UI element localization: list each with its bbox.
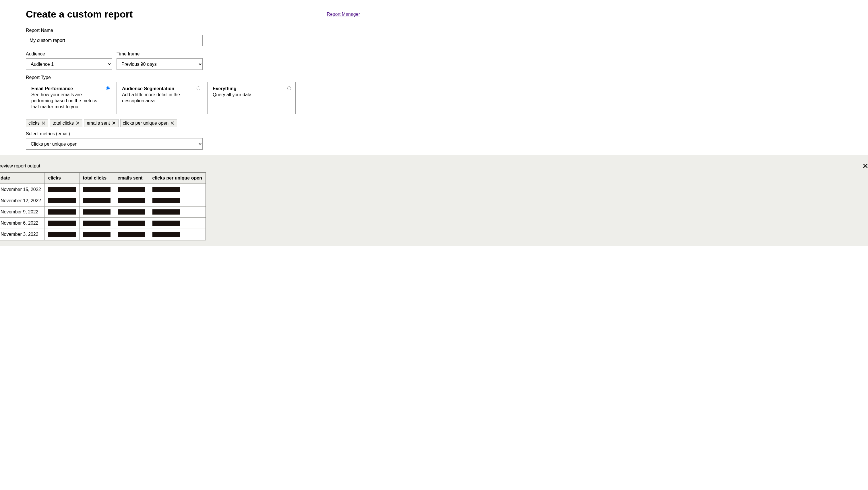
metrics-label: Select metrics (email)	[26, 131, 360, 137]
redacted-bar	[152, 232, 180, 237]
report-type-radio[interactable]	[197, 86, 200, 90]
table-cell-redacted	[79, 184, 114, 195]
preview-table: dateclickstotal clicksemails sentclicks …	[0, 172, 206, 240]
table-cell-date: November 6, 2022	[0, 218, 44, 229]
table-row: November 12, 2022	[0, 195, 206, 206]
report-type-card[interactable]: EverythingQuery all your data.	[207, 82, 296, 114]
close-icon[interactable]: ✕	[170, 121, 175, 126]
table-cell-redacted	[149, 218, 206, 229]
table-row: November 6, 2022	[0, 218, 206, 229]
table-header: clicks	[44, 172, 79, 184]
metric-chip-label: clicks	[28, 121, 40, 126]
metric-chip-label: total clicks	[53, 121, 74, 126]
redacted-bar	[83, 198, 111, 203]
redacted-bar	[83, 221, 111, 226]
table-header: date	[0, 172, 44, 184]
redacted-bar	[118, 221, 145, 226]
redacted-bar	[48, 209, 76, 214]
table-cell-redacted	[79, 206, 114, 218]
report-type-desc: Add a little more detail in the descript…	[122, 92, 199, 104]
table-cell-redacted	[149, 184, 206, 195]
close-icon[interactable]: ✕	[41, 121, 45, 126]
metric-chip[interactable]: total clicks✕	[50, 119, 82, 127]
time-frame-select[interactable]: Previous 90 days	[117, 58, 203, 70]
table-header: clicks per unique open	[149, 172, 206, 184]
audience-select[interactable]: Audience 1	[26, 58, 112, 70]
report-type-radio[interactable]	[106, 86, 110, 90]
table-cell-redacted	[114, 229, 149, 240]
redacted-bar	[118, 198, 145, 203]
close-icon[interactable]: ✕	[862, 162, 868, 170]
table-cell-redacted	[44, 206, 79, 218]
report-type-radio[interactable]	[287, 86, 291, 90]
redacted-bar	[83, 232, 111, 237]
redacted-bar	[48, 232, 76, 237]
report-type-desc: See how your emails are performing based…	[31, 92, 109, 110]
metric-chip[interactable]: emails sent✕	[84, 119, 119, 127]
metric-chip-label: emails sent	[87, 121, 110, 126]
table-row: November 15, 2022	[0, 184, 206, 195]
report-type-title: Everything	[213, 86, 290, 91]
table-cell-redacted	[44, 195, 79, 206]
report-name-label: Report Name	[26, 28, 360, 33]
table-cell-redacted	[79, 218, 114, 229]
table-cell-redacted	[79, 229, 114, 240]
report-name-input[interactable]	[26, 35, 203, 46]
preview-label: Preview report output	[0, 164, 868, 169]
table-cell-redacted	[44, 229, 79, 240]
metrics-select[interactable]: Clicks per unique open	[26, 138, 203, 150]
redacted-bar	[152, 187, 180, 192]
table-cell-redacted	[149, 229, 206, 240]
table-cell-redacted	[114, 206, 149, 218]
table-cell-redacted	[149, 195, 206, 206]
audience-label: Audience	[26, 51, 112, 57]
redacted-bar	[83, 187, 111, 192]
report-type-label: Report Type	[26, 75, 360, 80]
table-cell-redacted	[44, 218, 79, 229]
table-cell-date: November 3, 2022	[0, 229, 44, 240]
table-header: total clicks	[79, 172, 114, 184]
table-cell-redacted	[114, 218, 149, 229]
report-type-title: Email Performance	[31, 86, 109, 91]
table-row: November 3, 2022	[0, 229, 206, 240]
metric-chip-label: clicks per unique open	[123, 121, 168, 126]
report-manager-link[interactable]: Report Manager	[327, 12, 360, 17]
table-row: November 9, 2022	[0, 206, 206, 218]
close-icon[interactable]: ✕	[112, 121, 116, 126]
table-cell-date: November 12, 2022	[0, 195, 44, 206]
time-frame-label: Time frame	[117, 51, 203, 57]
redacted-bar	[152, 198, 180, 203]
report-type-card[interactable]: Email PerformanceSee how your emails are…	[26, 82, 114, 114]
metric-chip[interactable]: clicks per unique open✕	[120, 119, 177, 127]
close-icon[interactable]: ✕	[75, 121, 80, 126]
table-cell-date: November 15, 2022	[0, 184, 44, 195]
table-cell-redacted	[149, 206, 206, 218]
report-type-title: Audience Segmentation	[122, 86, 199, 91]
redacted-bar	[48, 187, 76, 192]
redacted-bar	[48, 221, 76, 226]
table-cell-date: November 9, 2022	[0, 206, 44, 218]
report-type-card[interactable]: Audience SegmentationAdd a little more d…	[117, 82, 205, 114]
redacted-bar	[118, 232, 145, 237]
table-cell-redacted	[44, 184, 79, 195]
page-title: Create a custom report	[26, 9, 133, 20]
table-header: emails sent	[114, 172, 149, 184]
redacted-bar	[118, 187, 145, 192]
report-type-desc: Query all your data.	[213, 92, 290, 98]
redacted-bar	[152, 221, 180, 226]
redacted-bar	[48, 198, 76, 203]
redacted-bar	[83, 209, 111, 214]
table-cell-redacted	[79, 195, 114, 206]
redacted-bar	[118, 209, 145, 214]
redacted-bar	[152, 209, 180, 214]
table-cell-redacted	[114, 195, 149, 206]
metric-chip[interactable]: clicks✕	[26, 119, 48, 127]
table-cell-redacted	[114, 184, 149, 195]
